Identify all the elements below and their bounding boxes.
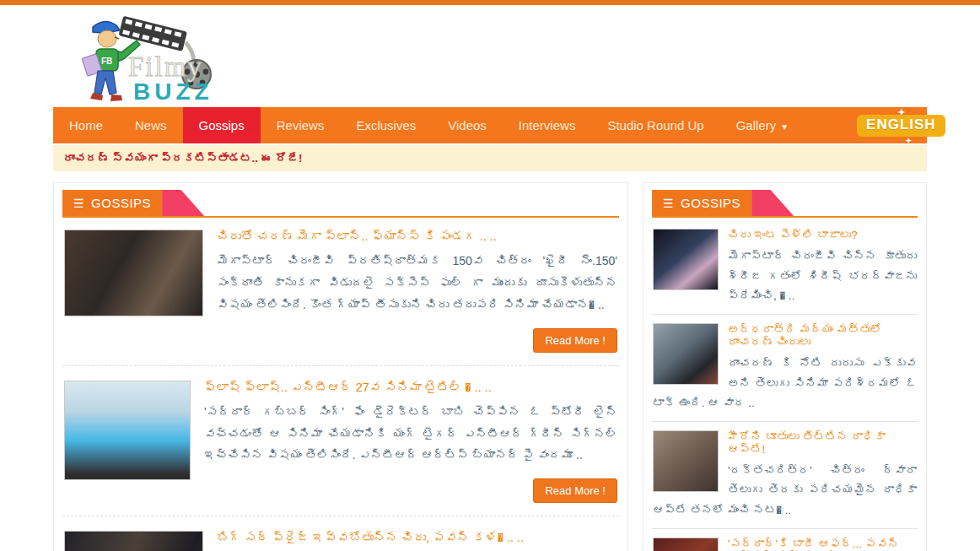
article-divider <box>652 421 918 422</box>
section-flag-decoration <box>162 190 204 216</box>
breaking-news-ticker: రాంచరణ్ స్వయంగా ప్రకటిస్తాడట.. ఈ రోజే! <box>53 145 927 171</box>
gossips-main-column: ☰ GOSSIPS చిరుతో చరణ్ మెగా ప్లాన్.. ఫ్యా… <box>53 182 628 551</box>
section-title: GOSSIPS <box>681 196 740 210</box>
sparkle-star-icon: ✦ <box>906 137 913 145</box>
logo-text-filmy: Filmy <box>128 51 203 82</box>
section-flag-decoration <box>751 190 794 216</box>
chevron-down-icon: ▼ <box>780 122 789 132</box>
ticker-headline[interactable]: రాంచరణ్ స్వయంగా ప్రకటిస్తాడట.. ఈ రోజే! <box>63 152 303 165</box>
nav-item-home[interactable]: Home <box>53 107 119 143</box>
nav-item-studio-round-up[interactable]: Studio Round Up <box>591 107 719 143</box>
nav-item-gossips[interactable]: Gossips <box>183 107 261 143</box>
article-thumbnail[interactable] <box>653 430 719 492</box>
section-label: ☰ GOSSIPS <box>62 190 162 216</box>
article-thumbnail[interactable] <box>64 381 191 480</box>
mascot-shirt-initials: FB <box>101 57 112 66</box>
read-more-button[interactable]: Read More ! <box>533 328 617 353</box>
article-divider <box>62 365 619 366</box>
site-header: FB Filmy BUZZ <box>0 5 980 107</box>
nav-item-gallery[interactable]: Gallery▼ <box>720 107 805 143</box>
article-divider <box>652 314 918 315</box>
nav-item-gallery-label: Gallery <box>736 118 777 132</box>
article-thumbnail[interactable] <box>653 229 719 290</box>
nav-item-news[interactable]: News <box>119 107 183 143</box>
section-label: ☰ GOSSIPS <box>652 190 751 216</box>
sidebar-article: హీరోని బూతులు తిట్టిన రాధికా ఆప్టే! 'రక్… <box>652 429 918 521</box>
language-toggle-label: ENGLISH <box>866 116 936 132</box>
language-toggle-button[interactable]: ✦ ENGLISH ✦ <box>857 115 945 137</box>
gossip-article: ఫ్లాష్ ఫ్లాష్.. ఎన్టీఆర్ 27వ సినిమా టైటి… <box>62 379 619 504</box>
article-thumbnail[interactable] <box>64 531 203 551</box>
gossips-sidebar: ☰ GOSSIPS చిరు ఇంట పెళ్లి బాజాలు? మెగాస్… <box>643 182 927 551</box>
article-divider <box>62 516 619 516</box>
nav-item-videos[interactable]: Videos <box>432 107 503 143</box>
sparkle-star-icon: ✦ <box>897 107 906 118</box>
list-icon: ☰ <box>663 197 674 209</box>
read-more-button[interactable]: Read More ! <box>533 478 617 503</box>
nav-item-reviews[interactable]: Reviews <box>261 107 341 143</box>
sidebar-article: చిరు ఇంట పెళ్లి బాజాలు? మెగాస్టార్ చిరంజ… <box>652 228 918 306</box>
gossip-article: బిగ్ సర్ ప్రైజ్ ఇవ్వబోతున్న చిరు, పవన్ క… <box>62 529 619 551</box>
article-thumbnail[interactable] <box>653 537 719 551</box>
nav-item-exclusives[interactable]: Exclusives <box>340 107 432 143</box>
article-thumbnail[interactable] <box>653 323 719 385</box>
section-header: ☰ GOSSIPS <box>62 190 619 218</box>
article-divider <box>652 528 918 529</box>
section-title: GOSSIPS <box>91 196 151 210</box>
section-header: ☰ GOSSIPS <box>652 190 918 218</box>
gossip-article: చిరుతో చరణ్ మెగా ప్లాన్.. ఫ్యాన్స్ కి పం… <box>62 228 619 353</box>
nav-item-interviews[interactable]: Interviews <box>503 107 592 143</box>
main-nav: Home News Gossips Reviews Exclusives Vid… <box>53 107 927 143</box>
sidebar-article: అర్ధరాత్రి మద్యం మత్తులో రాంచరణ్ చిందులు… <box>652 322 918 413</box>
site-logo[interactable]: FB Filmy BUZZ <box>67 10 236 105</box>
logo-graphic: FB Filmy BUZZ <box>67 10 236 105</box>
logo-text-buzz: BUZZ <box>133 78 213 105</box>
list-icon: ☰ <box>73 197 84 209</box>
sidebar-article: 'సర్దార్'కి బారీ ఆఫర్... పవన్ కళ్యాణ్ సత… <box>652 537 918 551</box>
article-thumbnail[interactable] <box>64 230 203 316</box>
